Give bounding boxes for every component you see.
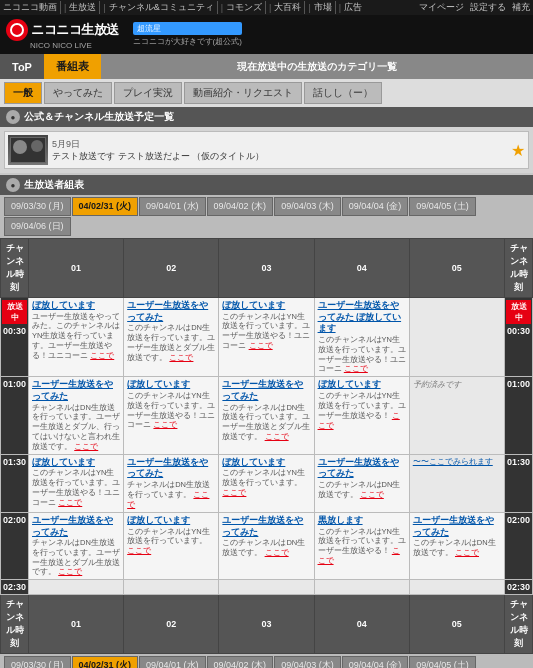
program-title[interactable]: ぼ放しています xyxy=(32,300,120,312)
tab-top[interactable]: ToP xyxy=(0,54,44,79)
program-cell[interactable]: ユーザー生放送をやってみた ぼ放しています このチャンネルはYN生放送を行ってい… xyxy=(314,298,409,377)
program-link[interactable]: ここで xyxy=(169,353,193,362)
top-nav-link[interactable]: 大百科 xyxy=(274,1,305,14)
date-tab-5[interactable]: 09/04/04 (金) xyxy=(342,197,409,216)
program-cell[interactable]: ユーザー生放送をやってみた このチャンネルはDN生放送です。 ここで xyxy=(314,454,409,512)
program-cell[interactable]: ぼ放しています このチャンネルはYN生放送を行っています。ユーザー生放送やる！ユ… xyxy=(124,377,219,454)
program-link[interactable]: ここで xyxy=(153,420,177,429)
site-header: ニコニコ生放送 NICO NICO LIVE 超流星 ニコニコが大好きです(超公… xyxy=(0,15,533,54)
tf-time-left: チャンネル時刻 xyxy=(1,595,29,654)
program-title[interactable]: ぼ放しています xyxy=(318,379,406,391)
category-tab-try[interactable]: やってみた xyxy=(44,82,112,104)
schedule-icon: ● xyxy=(6,110,20,124)
date-tab-0[interactable]: 09/03/30 (月) xyxy=(4,197,71,216)
logo-sub: NICO NICO LIVE xyxy=(30,41,92,50)
top-nav-right-login[interactable]: マイページ xyxy=(419,1,464,14)
program-cell[interactable]: ぼ放しています このチャンネルはYN生放送を行っています。ユーザー生放送やる！ … xyxy=(314,377,409,454)
program-title[interactable]: ぼ放しています xyxy=(222,457,310,469)
category-tab-video[interactable]: 動画紹介・リクエスト xyxy=(184,82,302,104)
program-title[interactable]: ぼ放しています xyxy=(127,515,215,527)
category-tab-talk[interactable]: 話しし（ー） xyxy=(304,82,382,104)
schedule-header-label: 公式＆チャンネル生放送予定一覧 xyxy=(24,110,174,124)
program-cell-empty xyxy=(219,580,314,595)
program-cell[interactable]: ユーザー生放送をやってみた チャンネルはDN生放送を行っています。ユーザー生放送… xyxy=(29,377,124,454)
date-tab-7[interactable]: 09/04/06 (日) xyxy=(4,217,71,236)
program-title[interactable]: ぼ放しています xyxy=(127,379,215,391)
program-link[interactable]: ここで xyxy=(127,546,151,555)
program-link[interactable]: ここで xyxy=(58,498,82,507)
program-cell[interactable]: ユーザー生放送をやってみた このチャンネルはDN生放送です。 ここで xyxy=(219,512,314,580)
top-nav-link[interactable]: 生放送 xyxy=(69,1,100,14)
date-tab-bottom-5[interactable]: 09/04/04 (金) xyxy=(342,656,409,668)
program-title[interactable]: ユーザー生放送をやってみた xyxy=(222,379,310,402)
program-title[interactable]: ユーザー生放送をやってみた xyxy=(318,457,406,480)
program-cell[interactable]: ユーザー生放送をやってみた このチャンネルはDN生放送を行っています。ユーザー生… xyxy=(124,298,219,377)
program-cell[interactable]: ぼ放しています このチャンネルはYN生放送を行っています。 ここで xyxy=(124,512,219,580)
schedule-item-info: 5月9日 テスト放送です テスト放送だよー （仮のタイトル） xyxy=(52,138,507,163)
program-cell[interactable]: ぼ放しています このチャンネルはYN生放送を行っています。ユーザー生放送やる！ユ… xyxy=(29,454,124,512)
program-link[interactable]: ここで xyxy=(249,341,273,350)
tf-col-05: 05 xyxy=(409,595,504,654)
date-tab-bottom-2[interactable]: 09/04/01 (水) xyxy=(139,656,206,668)
program-link[interactable]: ここで xyxy=(74,442,98,451)
program-link[interactable]: ここで xyxy=(222,488,246,497)
program-cell[interactable]: ユーザー生放送をやってみた このチャンネルはDN生放送を行っています。ユーザー生… xyxy=(219,377,314,454)
th-col-04: 04 xyxy=(314,239,409,298)
tab-schedule[interactable]: 番組表 xyxy=(44,54,101,79)
date-tab-bottom-1[interactable]: 04/02/31 (火) xyxy=(72,656,139,668)
table-row: 02:30 02:30 xyxy=(1,580,533,595)
program-title[interactable]: ユーザー生放送をやってみた xyxy=(222,515,310,538)
empty-cell-link[interactable]: 〜〜ここでみられます xyxy=(413,457,493,466)
top-nav-link[interactable]: 市場 xyxy=(314,1,336,14)
program-cell[interactable]: ぼ放しています このチャンネルはYN生放送を行っています。ユーザー生放送やる！ユ… xyxy=(219,298,314,377)
program-cell[interactable]: ユーザー生放送をやってみた チャンネルはDN生放送を行っています。 ここで xyxy=(124,454,219,512)
program-title[interactable]: ユーザー生放送をやってみた xyxy=(32,379,120,402)
program-cell-reserved: 予約済みです xyxy=(409,377,504,454)
program-link[interactable]: ここで xyxy=(265,548,289,557)
date-tab-bottom-6[interactable]: 09/04/05 (土) xyxy=(409,656,476,668)
category-tab-general[interactable]: 一般 xyxy=(4,82,42,104)
program-title[interactable]: ぼ放しています xyxy=(32,457,120,469)
date-tab-1[interactable]: 04/02/31 (火) xyxy=(72,197,139,216)
category-tab-play[interactable]: プレイ実況 xyxy=(114,82,182,104)
program-cell[interactable]: ぼ放しています このチャンネルはYN生放送を行っています。 ここで xyxy=(219,454,314,512)
program-link[interactable]: ここで xyxy=(344,364,368,373)
date-tab-bottom-3[interactable]: 09/04/02 (木) xyxy=(207,656,274,668)
date-tabs-bottom: 09/03/30 (月) 04/02/31 (火) 09/04/01 (水) 0… xyxy=(0,654,533,668)
table-row: 01:00 ユーザー生放送をやってみた チャンネルはDN生放送を行っています。ユ… xyxy=(1,377,533,454)
date-tab-bottom-0[interactable]: 09/03/30 (月) xyxy=(4,656,71,668)
program-title[interactable]: ぼ放しています xyxy=(222,300,310,312)
program-cell[interactable]: ユーザー生放送をやってみた このチャンネルはDN生放送です。 ここで xyxy=(409,512,504,580)
program-link[interactable]: ここで xyxy=(90,351,114,360)
top-nav-link[interactable]: チャンネル&コミュニティ xyxy=(109,1,218,14)
date-tab-4[interactable]: 09/04/03 (木) xyxy=(274,197,341,216)
top-nav-link[interactable]: 広告 xyxy=(344,1,365,14)
top-nav-right-points[interactable]: 補充 xyxy=(512,1,530,14)
date-tab-bottom-4[interactable]: 09/04/03 (木) xyxy=(274,656,341,668)
program-link[interactable]: ここで xyxy=(455,548,479,557)
time-label-0100-right: 01:00 xyxy=(505,377,533,454)
program-cell[interactable]: ユーザー生放送をやってみた チャンネルはDN生放送を行っています。ユーザー生放送… xyxy=(29,512,124,580)
program-title[interactable]: ユーザー生放送をやってみた xyxy=(32,515,120,538)
program-title[interactable]: ユーザー生放送をやってみた xyxy=(127,300,215,323)
timeline-footer-row: チャンネル時刻 01 02 03 04 05 チャンネル時刻 xyxy=(1,595,533,654)
th-col-01: 01 xyxy=(29,239,124,298)
program-title[interactable]: ユーザー生放送をやってみた xyxy=(413,515,501,538)
program-title[interactable]: ユーザー生放送をやってみた ぼ放しています xyxy=(318,300,406,335)
program-title[interactable]: 黒放します xyxy=(318,515,406,527)
schedule-star-icon[interactable]: ★ xyxy=(511,141,525,160)
top-nav-link[interactable]: コモンズ xyxy=(226,1,266,14)
top-nav-link[interactable]: ニコニコ動画 xyxy=(3,1,61,14)
program-link[interactable]: ここで xyxy=(58,567,82,576)
top-nav-right-settings[interactable]: 設定する xyxy=(470,1,506,14)
date-tab-3[interactable]: 09/04/02 (木) xyxy=(207,197,274,216)
date-tab-2[interactable]: 09/04/01 (水) xyxy=(139,197,206,216)
program-link[interactable]: ここで xyxy=(360,490,384,499)
program-link[interactable]: ここで xyxy=(265,432,289,441)
date-tab-6[interactable]: 09/04/05 (土) xyxy=(409,197,476,216)
program-cell[interactable]: ぼ放しています ユーザー生放送をやってみた。このチャンネルはYN生放送を行ってい… xyxy=(29,298,124,377)
program-cell[interactable]: 黒放します このチャンネルはYN生放送を行っています。ユーザー生放送やる！ ここ… xyxy=(314,512,409,580)
th-col-05: 05 xyxy=(409,239,504,298)
schedule-title: テスト放送です テスト放送だよー （仮のタイトル） xyxy=(52,151,507,163)
program-title[interactable]: ユーザー生放送をやってみた xyxy=(127,457,215,480)
